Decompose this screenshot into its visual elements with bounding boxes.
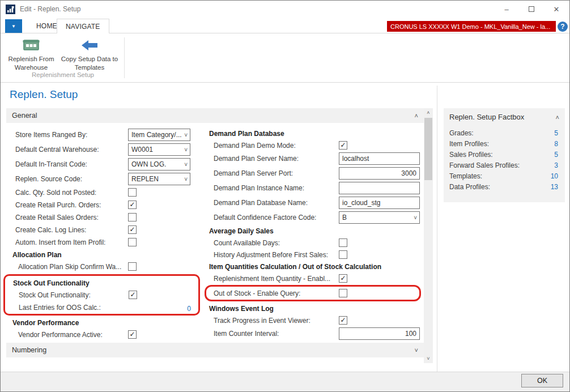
warehouse-icon: [22, 38, 41, 53]
maximize-button[interactable]: [519, 1, 544, 18]
tab-navigate[interactable]: NAVIGATE: [57, 19, 109, 33]
field-control: ✓: [128, 224, 190, 236]
dropdown-field[interactable]: REPLEN˅: [128, 173, 190, 185]
factbox-panel: Replen. Setup Factbox ˄ Grades:5Item Pro…: [444, 108, 565, 202]
checkbox[interactable]: [339, 289, 347, 297]
dropdown-field[interactable]: OWN LOG.˅: [128, 158, 190, 171]
dropdown-field[interactable]: W0001˅: [128, 143, 190, 156]
checkbox[interactable]: ✓: [128, 201, 137, 209]
factbox-header[interactable]: Replen. Setup Factbox ˄: [448, 113, 560, 121]
field-control: B˅: [339, 210, 420, 225]
checkbox[interactable]: ✓: [129, 291, 137, 299]
field-row: History Adjustment Before First Sales:: [208, 249, 422, 261]
factbox-row: Grades:5: [448, 127, 560, 138]
field-control: [128, 261, 190, 273]
replenish-from-warehouse-button[interactable]: Replenish From Warehouse: [5, 37, 57, 72]
field-row: Create Calc. Log Lines:✓: [6, 224, 202, 236]
checkbox[interactable]: [128, 238, 137, 246]
general-section-header[interactable]: General ˄: [6, 108, 424, 123]
numbering-section-header[interactable]: Numbering ˅: [6, 343, 424, 357]
checkbox[interactable]: [339, 238, 347, 247]
field-row: Vendor Performance: [6, 317, 202, 329]
scrollbar-thumb[interactable]: [424, 118, 432, 180]
field-group-heading: Stock Out Functionality: [13, 279, 90, 287]
help-button[interactable]: ?: [558, 22, 568, 32]
factbox-row-value[interactable]: 5: [554, 151, 558, 159]
checkbox[interactable]: ✓: [339, 141, 347, 150]
text-input[interactable]: [339, 182, 420, 194]
chevron-down-icon: ˅: [184, 147, 188, 153]
factbox-row-label: Sales Profiles:: [449, 151, 493, 159]
text-input[interactable]: [339, 327, 420, 340]
ok-button-label: OK: [537, 377, 547, 385]
text-input[interactable]: [339, 152, 420, 165]
factbox-row: Sales Profiles:5: [448, 149, 560, 160]
field-label: Calc. Qty. Sold not Posted:: [15, 189, 96, 197]
scroll-up-icon[interactable]: ˄: [424, 108, 433, 117]
field-label: Track Progress in Event Viewer:: [214, 317, 310, 325]
field-row: Store Items Ranged By:Item Category/...˅: [6, 127, 202, 142]
field-row: Allocation Plan Skip Confirm Wa...: [6, 261, 202, 273]
checkbox[interactable]: ✓: [339, 316, 347, 325]
field-control: [128, 236, 190, 249]
checkbox[interactable]: ✓: [339, 274, 347, 283]
field-row: Demand Plan Instance Name:: [208, 181, 422, 195]
field-control: ✓: [339, 272, 420, 284]
field-control: [339, 249, 420, 261]
maximize-icon: [529, 6, 534, 12]
chevron-up-icon: ˄: [415, 112, 418, 119]
dropdown-value: W0001: [131, 146, 153, 154]
company-banner[interactable]: CRONUS LS XXXXX W1 Demo - MKL_Vanilla_Ne…: [387, 21, 556, 32]
dropdown-field[interactable]: B˅: [339, 211, 420, 224]
value-field[interactable]: 0: [187, 305, 191, 313]
scroll-down-icon[interactable]: ˅: [424, 354, 433, 363]
factbox-row-value[interactable]: 5: [554, 129, 558, 137]
chevron-up-icon: ˄: [556, 114, 559, 121]
field-row: Calc. Qty. Sold not Posted:: [6, 186, 202, 199]
dropdown-field[interactable]: Item Category/...˅: [128, 129, 190, 141]
factbox-row-label: Item Profiles:: [449, 140, 489, 148]
checkbox[interactable]: ✓: [128, 225, 137, 234]
tab-navigate-label: NAVIGATE: [66, 23, 100, 31]
field-label: Create Retail Sales Orders:: [15, 214, 99, 221]
factbox-row-value[interactable]: 13: [551, 183, 558, 191]
chevron-down-icon: ˅: [184, 132, 188, 138]
field-label: Item Counter Interval:: [214, 330, 279, 338]
field-row: Last Entries for OOS Calc.:0: [7, 301, 197, 313]
window-title: Edit - Replen. Setup: [20, 5, 80, 13]
field-control: ✓: [128, 199, 190, 211]
factbox-row-label: Grades:: [449, 129, 474, 137]
text-input[interactable]: [339, 167, 420, 180]
field-control: ✓: [339, 314, 420, 326]
checkbox[interactable]: [128, 188, 137, 197]
text-input[interactable]: [339, 197, 420, 209]
ok-button[interactable]: OK: [521, 374, 563, 387]
ribbon-tab-bar: ▼ HOME NAVIGATE CRONUS LS XXXXX W1 Demo …: [1, 18, 569, 33]
field-control: 0: [129, 301, 191, 313]
copy-setup-data-to-templates-button[interactable]: Copy Setup Data to Templates: [58, 37, 121, 72]
tab-home-label: HOME: [36, 22, 57, 30]
field-row: Allocation Plan: [6, 249, 202, 261]
ribbon: Replenish From Warehouse Copy Setup Data…: [1, 34, 569, 83]
factbox-row-value[interactable]: 8: [554, 140, 558, 148]
field-group-heading: Windows Event Log: [209, 305, 274, 313]
factbox-row-value[interactable]: 3: [554, 161, 558, 169]
field-group-heading: Allocation Plan: [12, 251, 62, 259]
checkbox[interactable]: [128, 213, 137, 221]
checkbox[interactable]: ✓: [128, 330, 137, 339]
field-row: Replenishment Item Quantity - Enabl...✓: [208, 272, 422, 284]
field-label: Allocation Plan Skip Confirm Wa...: [18, 263, 121, 271]
dropdown-value: REPLEN: [131, 175, 159, 183]
field-label: Default Confidence Factore Code:: [214, 214, 316, 221]
vertical-scrollbar[interactable]: ˄ ˅: [424, 108, 433, 363]
checkbox[interactable]: [339, 250, 347, 259]
field-group-heading: Item Quantities Calculation / Out of Sto…: [209, 263, 381, 271]
field-label: Default In-Transit Code:: [15, 160, 87, 168]
field-control: [128, 211, 190, 224]
application-menu-button[interactable]: ▼: [5, 19, 22, 33]
checkbox[interactable]: [128, 262, 137, 271]
close-button[interactable]: ✕: [544, 1, 569, 18]
factbox-row-value[interactable]: 10: [551, 172, 558, 180]
minimize-button[interactable]: –: [494, 1, 519, 18]
field-label: Demand Plan Database Name:: [214, 199, 308, 207]
